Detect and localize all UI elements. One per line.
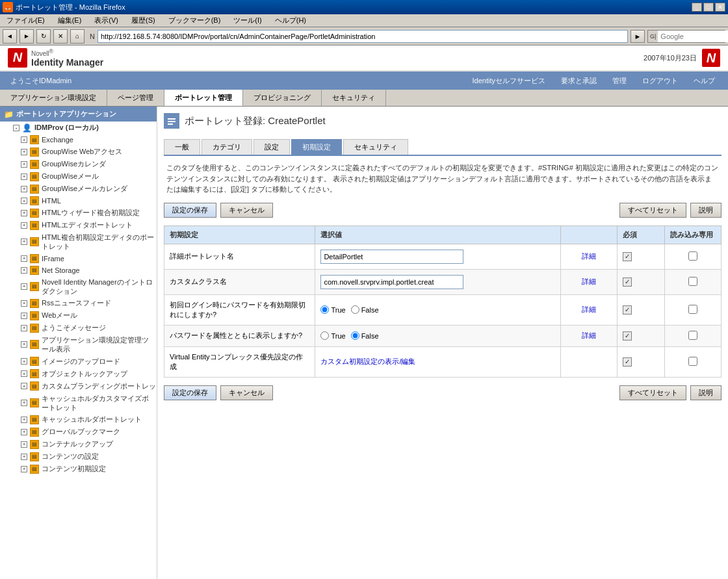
sidebar-item-welcome[interactable]: + ▤ ようこそメッセージ xyxy=(0,322,157,334)
sidebar-item-content-initial-settings[interactable]: + ▤ コンテンツ初期設定 xyxy=(0,463,157,475)
menu-file[interactable]: ファイル(E) xyxy=(3,14,49,27)
radio-true-first-login[interactable]: True xyxy=(320,305,345,314)
readonly-checkbox-4[interactable] xyxy=(688,357,697,366)
close-button[interactable]: ✕ xyxy=(715,3,725,12)
description-button-bottom[interactable]: 説明 xyxy=(690,385,722,400)
menu-help[interactable]: ヘルプ(H) xyxy=(271,14,310,27)
first-login-pw-radio-group: True False xyxy=(320,305,555,314)
menu-bookmarks[interactable]: ブックマーク(B) xyxy=(164,14,225,27)
refresh-button[interactable]: ↻ xyxy=(36,29,51,44)
svg-rect-1 xyxy=(168,118,176,120)
sidebar-item-content-settings[interactable]: + ▤ コンテンツの設定 xyxy=(0,450,157,463)
sidebar-item-html-editor[interactable]: + ▤ HTMLエディタポートレット xyxy=(0,219,157,231)
virtual-entity-link[interactable]: カスタム初期設定の表示/編集 xyxy=(320,357,415,365)
sidebar-item-obj-lookup[interactable]: + ▤ オブジェクトルックアップ xyxy=(0,368,157,380)
sidebar-item-webmail[interactable]: + ▤ Webメール xyxy=(0,309,157,322)
detail-link-3[interactable]: 詳細 xyxy=(582,331,596,339)
nav-administration[interactable]: 管理 xyxy=(604,73,634,88)
tab-security[interactable]: セキュリティ xyxy=(343,139,408,155)
tab-initial-settings[interactable]: 初期設定 xyxy=(291,139,342,155)
readonly-checkbox-2[interactable] xyxy=(688,305,697,314)
sidebar-item-contentsettings-label: コンテンツの設定 xyxy=(42,452,99,461)
radio-false-input-first-login[interactable] xyxy=(351,305,359,314)
readonly-checkbox-0[interactable] xyxy=(688,251,697,261)
nav-identity-self-service[interactable]: Identityセルフサービス xyxy=(465,73,553,88)
nav-provisioning[interactable]: プロビジョニング xyxy=(243,90,322,106)
forward-button[interactable]: ► xyxy=(20,29,34,44)
sidebar-item-groupwise-web[interactable]: + ▤ GroupWise Webアクセス xyxy=(0,146,157,158)
minimize-button[interactable]: _ xyxy=(692,3,702,12)
sidebar-item-cache-holder[interactable]: + ▤ キャッシュホルダポートレット xyxy=(0,413,157,426)
sidebar-item-iframe[interactable]: + ▤ IFrame xyxy=(0,253,157,264)
save-button-bottom[interactable]: 設定の保存 xyxy=(164,385,216,400)
menu-edit[interactable]: 編集(E) xyxy=(54,14,86,27)
maximize-button[interactable]: □ xyxy=(703,3,714,12)
sidebar-item-global-bookmarks[interactable]: + ▤ グローバルブックマーク xyxy=(0,426,157,438)
menu-tools[interactable]: ツール(I) xyxy=(229,14,265,27)
nav-page-management[interactable]: ページ管理 xyxy=(107,90,164,106)
cancel-button-bottom[interactable]: キャンセル xyxy=(220,385,273,400)
tab-general[interactable]: 一般 xyxy=(164,139,200,155)
required-checkbox-2: ✓ xyxy=(623,305,632,315)
menu-history[interactable]: 履歴(S) xyxy=(127,14,159,27)
nav-requests-approvals[interactable]: 要求と承認 xyxy=(553,73,604,88)
stop-button[interactable]: ✕ xyxy=(53,29,68,44)
sidebar-item-container-lookup[interactable]: + ▤ コンテナルックアップ xyxy=(0,438,157,450)
sidebar-item-rss[interactable]: + ▤ Rssニュースフィード xyxy=(0,297,157,309)
sidebar-item-exchange[interactable]: + ▤ Exchange xyxy=(0,134,157,146)
sidebar-item-groupwise-calendar[interactable]: + ▤ GroupWiseカレンダ xyxy=(0,158,157,170)
custom-class-input[interactable] xyxy=(320,275,463,289)
gwmailcal-icon: ▤ xyxy=(30,185,39,194)
novell-logo-icon: N xyxy=(8,48,27,68)
reset-all-button-top[interactable]: すべてリセット xyxy=(619,203,686,218)
nav-app-settings[interactable]: アプリケーション環境設定 xyxy=(0,90,107,106)
radio-false-first-login[interactable]: False xyxy=(351,305,379,314)
detail-link-1[interactable]: 詳細 xyxy=(582,277,596,285)
detail-portlet-input[interactable] xyxy=(320,250,463,264)
nav-security[interactable]: セキュリティ xyxy=(322,90,386,106)
sidebar-item-image-upload[interactable]: + ▤ イメージのアップロード xyxy=(0,355,157,368)
detail-link-2[interactable]: 詳細 xyxy=(582,305,596,313)
sidebar-item-html-composite[interactable]: + ▤ HTML複合初期設定エディタのポートレット xyxy=(0,231,157,253)
menu-view[interactable]: 表示(V) xyxy=(90,14,122,27)
tab-settings[interactable]: 設定 xyxy=(254,139,290,155)
radio-false-input-pw-attr[interactable] xyxy=(351,331,359,340)
sidebar-item-groupwise-mail[interactable]: + ▤ GroupWiseメール xyxy=(0,170,157,183)
back-button[interactable]: ◄ xyxy=(3,29,17,44)
setting-name-virtual-entity: Virtual Entityコンプレックス優先設定の作成 xyxy=(164,346,315,377)
tab-category[interactable]: カテゴリ xyxy=(202,139,252,155)
sidebar-item-groupwise-mail-cal[interactable]: + ▤ GroupWiseメールカレンダ xyxy=(0,183,157,195)
iframe-icon: ▤ xyxy=(30,254,39,263)
sidebar-item-app-settings[interactable]: + ▤ アプリケーション環境設定管理ツール表示 xyxy=(0,334,157,355)
sidebar-section-idmprov[interactable]: - 👤 IDMProv (ローカル) xyxy=(0,122,157,134)
setting-required-custom-class: ✓ xyxy=(618,269,665,294)
reset-all-button-bottom[interactable]: すべてリセット xyxy=(619,385,686,400)
go-button[interactable]: ► xyxy=(630,30,645,43)
nav-help[interactable]: ヘルプ xyxy=(686,73,723,88)
radio-true-input-first-login[interactable] xyxy=(320,305,329,314)
sidebar-item-custom-branding[interactable]: + ▤ カスタムブランディングポートレット xyxy=(0,380,157,392)
sidebar-item-cache-holder-custom[interactable]: + ▤ キャッシュホルダカスタマイズポートレット xyxy=(0,392,157,414)
sidebar-item-html-wizard[interactable]: + ▤ HTMLウィザード複合初期設定 xyxy=(0,207,157,219)
detail-link-0[interactable]: 詳細 xyxy=(582,252,596,260)
radio-false-pw-attr[interactable]: False xyxy=(351,331,379,340)
idmprov-icon: 👤 xyxy=(22,123,32,133)
sidebar-item-appsettings-label: アプリケーション環境設定管理ツール表示 xyxy=(42,335,154,354)
sidebar-item-html[interactable]: + ▤ HTML xyxy=(0,195,157,207)
search-input[interactable] xyxy=(658,31,728,42)
sidebar-item-novell-intro[interactable]: + ▤ Novell Identity Managerのイントロダクション xyxy=(0,276,157,298)
radio-true-pw-attr[interactable]: True xyxy=(320,331,345,340)
nav-portlet-management[interactable]: ポートレット管理 xyxy=(164,90,243,106)
readonly-checkbox-1[interactable] xyxy=(688,277,697,286)
sidebar-item-contentinit-label: コンテンツ初期設定 xyxy=(42,464,106,474)
sidebar-item-cacheholdercust-label: キャッシュホルダカスタマイズポートレット xyxy=(42,394,154,413)
cancel-button-top[interactable]: キャンセル xyxy=(220,203,273,218)
save-button-top[interactable]: 設定の保存 xyxy=(164,203,216,218)
nav-logout[interactable]: ログアウト xyxy=(634,73,686,88)
sidebar-item-netstorage[interactable]: + ▤ Net Storage xyxy=(0,264,157,276)
description-button-top[interactable]: 説明 xyxy=(690,203,722,218)
home-button[interactable]: ⌂ xyxy=(70,29,84,44)
readonly-checkbox-3[interactable] xyxy=(688,331,697,340)
address-input[interactable] xyxy=(98,30,628,43)
radio-true-input-pw-attr[interactable] xyxy=(320,331,329,340)
